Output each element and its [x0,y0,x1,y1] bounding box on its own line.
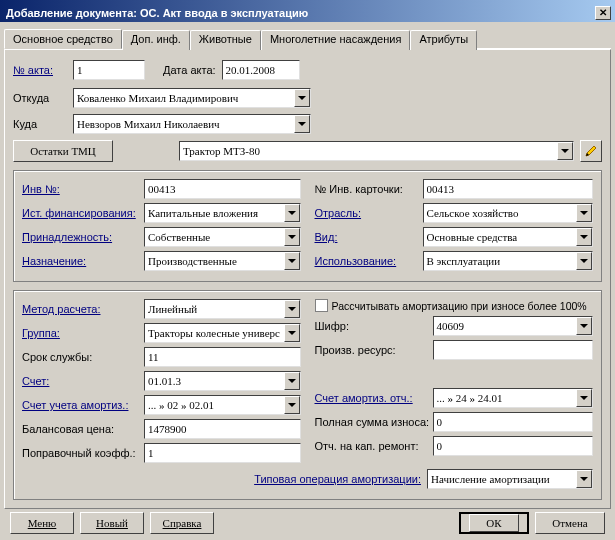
dropdown-icon [576,204,592,222]
tab-dopinf[interactable]: Доп. инф. [122,30,190,50]
use-select[interactable]: В эксплуатации [423,251,594,271]
acct-select[interactable]: 01.01.3 [144,371,301,391]
wear-label: Полная сумма износа: [315,416,433,428]
group-amort: Метод расчета:Линейный Группа:Тракторы к… [13,290,602,500]
tab-plants[interactable]: Многолетние насаждения [261,30,410,50]
over100-label: Рассчитывать амортизацию при износе боле… [332,300,587,312]
cap-input[interactable] [433,436,594,456]
dropdown-icon [284,372,300,390]
act-date-input[interactable] [222,60,300,80]
fin-select[interactable]: Капитальные вложения [144,203,301,223]
amacct-select[interactable]: ... » 02 » 02.01 [144,395,301,415]
use-label: Использование: [315,255,423,267]
typeop-label: Типовая операция амортизации: [254,473,421,485]
bal-input[interactable] [144,419,301,439]
group-select[interactable]: Тракторы колесные универс [144,323,301,343]
titlebar: Добавление документа: ОС. Акт ввода в эк… [0,0,615,22]
dropdown-icon [576,317,592,335]
coef-input[interactable] [144,443,301,463]
close-button[interactable]: ✕ [595,6,611,20]
cancel-button[interactable]: Отмена [535,512,605,534]
tab-animals[interactable]: Животные [190,30,261,50]
cap-label: Отч. на кап. ремонт: [315,440,433,452]
act-no-label: № акта: [13,64,67,76]
to-select[interactable]: Невзоров Михаил Николаевич [73,114,311,134]
window-title: Добавление документа: ОС. Акт ввода в эк… [6,7,308,19]
res-label: Произв. ресурс: [315,344,433,356]
footer: Меню Новый Справка ОК Отмена [0,512,615,534]
inv-no-label: Инв №: [22,183,144,195]
bal-label: Балансовая цена: [22,423,144,435]
kind-label: Вид: [315,231,423,243]
dropdown-icon [284,228,300,246]
group-label: Группа: [22,327,144,339]
pencil-icon [584,144,598,158]
to-label: Куда [13,118,67,130]
acct-label: Счет: [22,375,144,387]
tab-attrs[interactable]: Атрибуты [410,30,477,50]
typeop-select[interactable]: Начисление амортизации [427,469,593,489]
method-label: Метод расчета: [22,303,144,315]
new-button[interactable]: Новый [80,512,144,534]
own-label: Принадлежность: [22,231,144,243]
purpose-select[interactable]: Производственные [144,251,301,271]
coef-label: Поправочный коэфф.: [22,447,144,459]
dropdown-icon [284,396,300,414]
amded-select[interactable]: ... » 24 » 24.01 [433,388,594,408]
tab-main[interactable]: Основное средство [4,29,122,49]
dropdown-icon [576,470,592,488]
dropdown-icon [284,204,300,222]
card-no-label: № Инв. карточки: [315,183,423,195]
dropdown-icon [294,89,310,107]
branch-select[interactable]: Сельское хозяйство [423,203,594,223]
dropdown-icon [576,252,592,270]
dropdown-icon [557,142,573,160]
dropdown-icon [576,389,592,407]
from-label: Откуда [13,92,67,104]
item-select[interactable]: Трактор МТЗ-80 [179,141,574,161]
own-select[interactable]: Собственные [144,227,301,247]
purpose-label: Назначение: [22,255,144,267]
dropdown-icon [284,300,300,318]
fin-label: Ист. финансирования: [22,207,144,219]
code-label: Шифр: [315,320,433,332]
ok-button[interactable]: ОК [459,512,529,534]
card-no-input[interactable] [423,179,594,199]
method-select[interactable]: Линейный [144,299,301,319]
amded-label: Счет амортиз. отч.: [315,392,433,404]
kind-select[interactable]: Основные средства [423,227,594,247]
life-input[interactable] [144,347,301,367]
group-classification: Инв №: Ист. финансирования:Капитальные в… [13,170,602,282]
life-label: Срок службы: [22,351,144,363]
edit-item-button[interactable] [580,140,602,162]
inv-no-input[interactable] [144,179,301,199]
help-button[interactable]: Справка [150,512,214,534]
dropdown-icon [576,228,592,246]
tab-panel: № акта: Дата акта: Откуда Коваленко Миха… [4,49,611,509]
over100-checkbox[interactable] [315,299,328,312]
menu-button[interactable]: Меню [10,512,74,534]
code-select[interactable]: 40609 [433,316,594,336]
branch-label: Отрасль: [315,207,423,219]
dropdown-icon [284,324,300,342]
from-select[interactable]: Коваленко Михаил Владимирович [73,88,311,108]
res-input[interactable] [433,340,594,360]
remains-button[interactable]: Остатки ТМЦ [13,140,113,162]
dropdown-icon [294,115,310,133]
tab-bar: Основное средство Доп. инф. Животные Мно… [4,28,611,49]
dropdown-icon [284,252,300,270]
act-date-label: Дата акта: [163,64,216,76]
act-no-input[interactable] [73,60,145,80]
amacct-label: Счет учета амортиз.: [22,399,144,411]
wear-input[interactable] [433,412,594,432]
